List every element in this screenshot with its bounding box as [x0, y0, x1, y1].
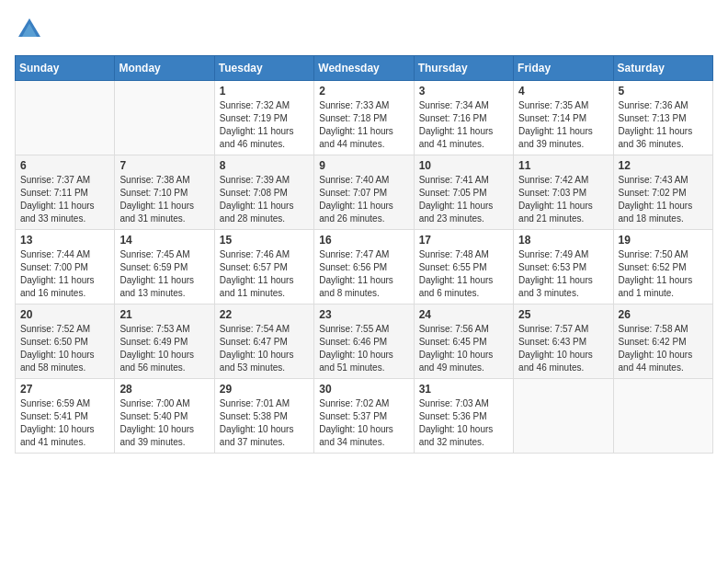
- calendar-week-4: 20Sunrise: 7:52 AM Sunset: 6:50 PM Dayli…: [16, 304, 713, 379]
- calendar-header-sunday: Sunday: [16, 56, 115, 81]
- logo-icon: [15, 15, 44, 44]
- day-info: Sunrise: 7:34 AM Sunset: 7:16 PM Dayligh…: [419, 99, 508, 151]
- calendar-table: SundayMondayTuesdayWednesdayThursdayFrid…: [15, 55, 713, 454]
- day-number: 29: [220, 383, 309, 396]
- day-info: Sunrise: 7:58 AM Sunset: 6:42 PM Dayligh…: [619, 323, 708, 374]
- logo: [15, 15, 48, 44]
- day-info: Sunrise: 7:43 AM Sunset: 7:02 PM Dayligh…: [619, 174, 708, 225]
- day-number: 15: [220, 234, 309, 247]
- calendar-week-1: 1Sunrise: 7:32 AM Sunset: 7:19 PM Daylig…: [16, 81, 713, 155]
- calendar-week-2: 6Sunrise: 7:37 AM Sunset: 7:11 PM Daylig…: [16, 155, 713, 230]
- calendar-cell: 8Sunrise: 7:39 AM Sunset: 7:08 PM Daylig…: [214, 155, 313, 230]
- calendar-cell: 12Sunrise: 7:43 AM Sunset: 7:02 PM Dayli…: [613, 155, 712, 230]
- day-number: 20: [20, 308, 109, 321]
- calendar-cell: 15Sunrise: 7:46 AM Sunset: 6:57 PM Dayli…: [214, 230, 313, 304]
- calendar-cell: 14Sunrise: 7:45 AM Sunset: 6:59 PM Dayli…: [115, 230, 214, 304]
- calendar-cell: 24Sunrise: 7:56 AM Sunset: 6:45 PM Dayli…: [414, 304, 513, 379]
- calendar-cell: 7Sunrise: 7:38 AM Sunset: 7:10 PM Daylig…: [115, 155, 214, 230]
- calendar-header-wednesday: Wednesday: [314, 56, 414, 81]
- calendar-cell: 30Sunrise: 7:02 AM Sunset: 5:37 PM Dayli…: [314, 379, 414, 454]
- day-number: 6: [20, 159, 109, 172]
- day-info: Sunrise: 7:35 AM Sunset: 7:14 PM Dayligh…: [518, 99, 608, 151]
- day-number: 28: [119, 383, 209, 396]
- day-info: Sunrise: 7:44 AM Sunset: 7:00 PM Dayligh…: [20, 248, 109, 300]
- day-info: Sunrise: 7:55 AM Sunset: 6:46 PM Dayligh…: [319, 323, 408, 374]
- day-number: 30: [319, 383, 408, 396]
- day-info: Sunrise: 7:46 AM Sunset: 6:57 PM Dayligh…: [220, 248, 309, 300]
- day-number: 12: [619, 159, 708, 172]
- day-number: 13: [20, 234, 109, 247]
- day-number: 18: [518, 234, 608, 247]
- day-number: 23: [319, 308, 408, 321]
- calendar-cell: 11Sunrise: 7:42 AM Sunset: 7:03 PM Dayli…: [514, 155, 613, 230]
- day-number: 8: [220, 159, 309, 172]
- calendar-header-tuesday: Tuesday: [214, 56, 313, 81]
- header: [15, 15, 713, 44]
- day-info: Sunrise: 7:02 AM Sunset: 5:37 PM Dayligh…: [319, 397, 408, 449]
- calendar-cell: 21Sunrise: 7:53 AM Sunset: 6:49 PM Dayli…: [115, 304, 214, 379]
- day-number: 11: [518, 159, 608, 172]
- day-info: Sunrise: 7:54 AM Sunset: 6:47 PM Dayligh…: [220, 323, 309, 374]
- day-info: Sunrise: 7:50 AM Sunset: 6:52 PM Dayligh…: [619, 248, 708, 300]
- calendar-cell: 23Sunrise: 7:55 AM Sunset: 6:46 PM Dayli…: [314, 304, 414, 379]
- calendar-week-3: 13Sunrise: 7:44 AM Sunset: 7:00 PM Dayli…: [16, 230, 713, 304]
- day-number: 19: [619, 234, 708, 247]
- day-number: 5: [619, 85, 708, 98]
- day-number: 16: [319, 234, 408, 247]
- calendar-cell: [514, 379, 613, 454]
- calendar-cell: 26Sunrise: 7:58 AM Sunset: 6:42 PM Dayli…: [613, 304, 712, 379]
- calendar-cell: 2Sunrise: 7:33 AM Sunset: 7:18 PM Daylig…: [314, 81, 414, 155]
- calendar-header-thursday: Thursday: [414, 56, 513, 81]
- day-number: 9: [319, 159, 408, 172]
- day-number: 17: [419, 234, 508, 247]
- calendar-cell: 25Sunrise: 7:57 AM Sunset: 6:43 PM Dayli…: [514, 304, 613, 379]
- calendar-cell: [16, 81, 115, 155]
- calendar-cell: 3Sunrise: 7:34 AM Sunset: 7:16 PM Daylig…: [414, 81, 513, 155]
- calendar-cell: 16Sunrise: 7:47 AM Sunset: 6:56 PM Dayli…: [314, 230, 414, 304]
- day-info: Sunrise: 7:52 AM Sunset: 6:50 PM Dayligh…: [20, 323, 109, 374]
- calendar-cell: 31Sunrise: 7:03 AM Sunset: 5:36 PM Dayli…: [414, 379, 513, 454]
- day-info: Sunrise: 7:41 AM Sunset: 7:05 PM Dayligh…: [419, 174, 508, 225]
- day-info: Sunrise: 7:42 AM Sunset: 7:03 PM Dayligh…: [518, 174, 608, 225]
- day-info: Sunrise: 7:03 AM Sunset: 5:36 PM Dayligh…: [419, 397, 508, 449]
- calendar-cell: 9Sunrise: 7:40 AM Sunset: 7:07 PM Daylig…: [314, 155, 414, 230]
- calendar-cell: 27Sunrise: 6:59 AM Sunset: 5:41 PM Dayli…: [16, 379, 115, 454]
- calendar-cell: 10Sunrise: 7:41 AM Sunset: 7:05 PM Dayli…: [414, 155, 513, 230]
- calendar-cell: [115, 81, 214, 155]
- day-info: Sunrise: 7:33 AM Sunset: 7:18 PM Dayligh…: [319, 99, 408, 151]
- day-number: 4: [518, 85, 608, 98]
- calendar-cell: 1Sunrise: 7:32 AM Sunset: 7:19 PM Daylig…: [214, 81, 313, 155]
- day-info: Sunrise: 7:48 AM Sunset: 6:55 PM Dayligh…: [419, 248, 508, 300]
- day-number: 1: [220, 85, 309, 98]
- calendar-cell: 29Sunrise: 7:01 AM Sunset: 5:38 PM Dayli…: [214, 379, 313, 454]
- calendar-header-monday: Monday: [115, 56, 214, 81]
- day-number: 3: [419, 85, 508, 98]
- calendar-cell: 17Sunrise: 7:48 AM Sunset: 6:55 PM Dayli…: [414, 230, 513, 304]
- day-info: Sunrise: 7:56 AM Sunset: 6:45 PM Dayligh…: [419, 323, 508, 374]
- day-number: 21: [119, 308, 209, 321]
- day-info: Sunrise: 7:45 AM Sunset: 6:59 PM Dayligh…: [119, 248, 209, 300]
- calendar-header-friday: Friday: [514, 56, 613, 81]
- day-info: Sunrise: 7:37 AM Sunset: 7:11 PM Dayligh…: [20, 174, 109, 225]
- day-info: Sunrise: 7:40 AM Sunset: 7:07 PM Dayligh…: [319, 174, 408, 225]
- day-number: 2: [319, 85, 408, 98]
- day-info: Sunrise: 7:36 AM Sunset: 7:13 PM Dayligh…: [619, 99, 708, 151]
- day-info: Sunrise: 7:57 AM Sunset: 6:43 PM Dayligh…: [518, 323, 608, 374]
- calendar-cell: [613, 379, 712, 454]
- calendar-cell: 19Sunrise: 7:50 AM Sunset: 6:52 PM Dayli…: [613, 230, 712, 304]
- day-number: 10: [419, 159, 508, 172]
- day-info: Sunrise: 7:32 AM Sunset: 7:19 PM Dayligh…: [220, 99, 309, 151]
- calendar-cell: 28Sunrise: 7:00 AM Sunset: 5:40 PM Dayli…: [115, 379, 214, 454]
- day-number: 31: [419, 383, 508, 396]
- calendar-cell: 18Sunrise: 7:49 AM Sunset: 6:53 PM Dayli…: [514, 230, 613, 304]
- calendar-cell: 22Sunrise: 7:54 AM Sunset: 6:47 PM Dayli…: [214, 304, 313, 379]
- calendar-header-row: SundayMondayTuesdayWednesdayThursdayFrid…: [16, 56, 713, 81]
- day-info: Sunrise: 7:39 AM Sunset: 7:08 PM Dayligh…: [220, 174, 309, 225]
- day-number: 22: [220, 308, 309, 321]
- day-number: 14: [119, 234, 209, 247]
- calendar-cell: 5Sunrise: 7:36 AM Sunset: 7:13 PM Daylig…: [613, 81, 712, 155]
- calendar-week-5: 27Sunrise: 6:59 AM Sunset: 5:41 PM Dayli…: [16, 379, 713, 454]
- day-number: 25: [518, 308, 608, 321]
- day-number: 26: [619, 308, 708, 321]
- calendar-header-saturday: Saturday: [613, 56, 712, 81]
